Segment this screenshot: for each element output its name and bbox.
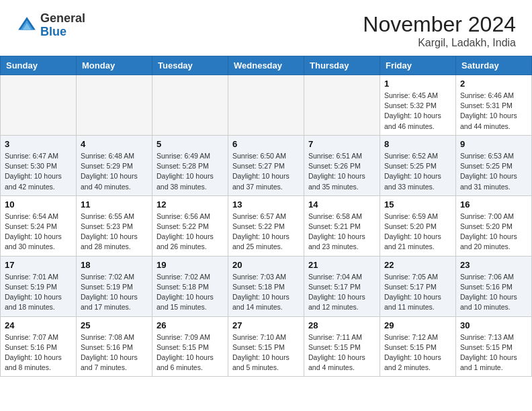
empty-cell <box>228 75 304 136</box>
weekday-header-friday: Friday <box>380 56 456 75</box>
day-info-18: Sunrise: 7:02 AM Sunset: 5:19 PM Dayligh… <box>81 272 148 313</box>
day-number-20: 20 <box>232 260 300 270</box>
day-number-13: 13 <box>232 199 300 210</box>
day-number-1: 1 <box>384 79 451 89</box>
day-cell-19: 19Sunrise: 7:02 AM Sunset: 5:18 PM Dayli… <box>152 256 228 316</box>
weekday-header-wednesday: Wednesday <box>228 56 304 75</box>
page-header: General Blue November 2024 Kargil, Ladak… <box>0 0 532 56</box>
day-cell-14: 14Sunrise: 6:58 AM Sunset: 5:21 PM Dayli… <box>304 195 380 256</box>
day-cell-3: 3Sunrise: 6:47 AM Sunset: 5:30 PM Daylig… <box>1 135 77 195</box>
day-number-16: 16 <box>460 199 527 210</box>
day-info-27: Sunrise: 7:10 AM Sunset: 5:15 PM Dayligh… <box>232 332 300 373</box>
calendar-table: SundayMondayTuesdayWednesdayThursdayFrid… <box>0 56 532 377</box>
day-cell-13: 13Sunrise: 6:57 AM Sunset: 5:22 PM Dayli… <box>228 195 304 256</box>
day-number-3: 3 <box>5 139 72 149</box>
day-cell-11: 11Sunrise: 6:55 AM Sunset: 5:23 PM Dayli… <box>77 195 152 256</box>
day-number-19: 19 <box>157 260 224 270</box>
day-number-30: 30 <box>460 320 527 330</box>
weekday-header-thursday: Thursday <box>304 56 380 75</box>
weekday-header-monday: Monday <box>77 56 152 75</box>
day-info-5: Sunrise: 6:49 AM Sunset: 5:28 PM Dayligh… <box>157 151 224 192</box>
day-cell-10: 10Sunrise: 6:54 AM Sunset: 5:24 PM Dayli… <box>1 195 77 256</box>
day-number-21: 21 <box>308 260 375 270</box>
day-number-27: 27 <box>232 320 300 330</box>
day-number-25: 25 <box>81 320 148 330</box>
month-title: November 2024 <box>363 12 516 37</box>
day-number-24: 24 <box>5 320 72 330</box>
day-info-10: Sunrise: 6:54 AM Sunset: 5:24 PM Dayligh… <box>5 212 72 253</box>
day-cell-25: 25Sunrise: 7:08 AM Sunset: 5:16 PM Dayli… <box>77 316 152 377</box>
day-number-8: 8 <box>384 139 451 149</box>
day-info-25: Sunrise: 7:08 AM Sunset: 5:16 PM Dayligh… <box>81 332 148 373</box>
day-info-3: Sunrise: 6:47 AM Sunset: 5:30 PM Dayligh… <box>5 151 72 192</box>
week-row-5: 24Sunrise: 7:07 AM Sunset: 5:16 PM Dayli… <box>1 316 532 377</box>
day-info-30: Sunrise: 7:13 AM Sunset: 5:15 PM Dayligh… <box>460 332 527 373</box>
day-cell-30: 30Sunrise: 7:13 AM Sunset: 5:15 PM Dayli… <box>456 316 532 377</box>
weekday-header-sunday: Sunday <box>1 56 77 75</box>
day-cell-29: 29Sunrise: 7:12 AM Sunset: 5:15 PM Dayli… <box>380 316 456 377</box>
day-cell-28: 28Sunrise: 7:11 AM Sunset: 5:15 PM Dayli… <box>304 316 380 377</box>
week-row-1: 1Sunrise: 6:45 AM Sunset: 5:32 PM Daylig… <box>1 75 532 136</box>
day-info-26: Sunrise: 7:09 AM Sunset: 5:15 PM Dayligh… <box>157 332 224 373</box>
day-number-9: 9 <box>460 139 527 149</box>
day-info-14: Sunrise: 6:58 AM Sunset: 5:21 PM Dayligh… <box>308 212 375 253</box>
day-cell-21: 21Sunrise: 7:04 AM Sunset: 5:17 PM Dayli… <box>304 256 380 316</box>
day-cell-15: 15Sunrise: 6:59 AM Sunset: 5:20 PM Dayli… <box>380 195 456 256</box>
day-info-20: Sunrise: 7:03 AM Sunset: 5:18 PM Dayligh… <box>232 272 300 313</box>
day-info-17: Sunrise: 7:01 AM Sunset: 5:19 PM Dayligh… <box>5 272 72 313</box>
day-number-18: 18 <box>81 260 148 270</box>
day-info-22: Sunrise: 7:05 AM Sunset: 5:17 PM Dayligh… <box>384 272 451 313</box>
day-info-8: Sunrise: 6:52 AM Sunset: 5:25 PM Dayligh… <box>384 151 451 192</box>
day-cell-17: 17Sunrise: 7:01 AM Sunset: 5:19 PM Dayli… <box>1 256 77 316</box>
day-info-15: Sunrise: 6:59 AM Sunset: 5:20 PM Dayligh… <box>384 212 451 253</box>
day-info-9: Sunrise: 6:53 AM Sunset: 5:25 PM Dayligh… <box>460 151 527 192</box>
empty-cell <box>1 75 77 136</box>
day-cell-8: 8Sunrise: 6:52 AM Sunset: 5:25 PM Daylig… <box>380 135 456 195</box>
day-info-24: Sunrise: 7:07 AM Sunset: 5:16 PM Dayligh… <box>5 332 72 373</box>
day-cell-2: 2Sunrise: 6:46 AM Sunset: 5:31 PM Daylig… <box>456 75 532 136</box>
week-row-4: 17Sunrise: 7:01 AM Sunset: 5:19 PM Dayli… <box>1 256 532 316</box>
weekday-header-row: SundayMondayTuesdayWednesdayThursdayFrid… <box>1 56 532 75</box>
day-info-21: Sunrise: 7:04 AM Sunset: 5:17 PM Dayligh… <box>308 272 375 313</box>
logo-icon <box>16 15 38 36</box>
day-info-28: Sunrise: 7:11 AM Sunset: 5:15 PM Dayligh… <box>308 332 375 373</box>
day-cell-12: 12Sunrise: 6:56 AM Sunset: 5:22 PM Dayli… <box>152 195 228 256</box>
day-number-29: 29 <box>384 320 451 330</box>
day-number-6: 6 <box>232 139 300 149</box>
day-number-2: 2 <box>460 79 527 89</box>
day-info-13: Sunrise: 6:57 AM Sunset: 5:22 PM Dayligh… <box>232 212 300 253</box>
day-info-16: Sunrise: 7:00 AM Sunset: 5:20 PM Dayligh… <box>460 212 527 253</box>
day-cell-5: 5Sunrise: 6:49 AM Sunset: 5:28 PM Daylig… <box>152 135 228 195</box>
day-number-7: 7 <box>308 139 375 149</box>
logo-blue: Blue <box>40 25 66 38</box>
day-number-15: 15 <box>384 199 451 210</box>
day-cell-27: 27Sunrise: 7:10 AM Sunset: 5:15 PM Dayli… <box>228 316 304 377</box>
day-info-7: Sunrise: 6:51 AM Sunset: 5:26 PM Dayligh… <box>308 151 375 192</box>
day-info-2: Sunrise: 6:46 AM Sunset: 5:31 PM Dayligh… <box>460 91 527 132</box>
day-cell-20: 20Sunrise: 7:03 AM Sunset: 5:18 PM Dayli… <box>228 256 304 316</box>
day-number-11: 11 <box>81 199 148 210</box>
empty-cell <box>77 75 152 136</box>
day-cell-1: 1Sunrise: 6:45 AM Sunset: 5:32 PM Daylig… <box>380 75 456 136</box>
day-number-22: 22 <box>384 260 451 270</box>
day-info-23: Sunrise: 7:06 AM Sunset: 5:16 PM Dayligh… <box>460 272 527 313</box>
day-number-14: 14 <box>308 199 375 210</box>
day-number-26: 26 <box>157 320 224 330</box>
day-info-12: Sunrise: 6:56 AM Sunset: 5:22 PM Dayligh… <box>157 212 224 253</box>
day-info-1: Sunrise: 6:45 AM Sunset: 5:32 PM Dayligh… <box>384 91 451 132</box>
weekday-header-tuesday: Tuesday <box>152 56 228 75</box>
day-number-23: 23 <box>460 260 527 270</box>
day-info-4: Sunrise: 6:48 AM Sunset: 5:29 PM Dayligh… <box>81 151 148 192</box>
day-number-17: 17 <box>5 260 72 270</box>
day-number-28: 28 <box>308 320 375 330</box>
day-cell-9: 9Sunrise: 6:53 AM Sunset: 5:25 PM Daylig… <box>456 135 532 195</box>
day-info-29: Sunrise: 7:12 AM Sunset: 5:15 PM Dayligh… <box>384 332 451 373</box>
empty-cell <box>152 75 228 136</box>
day-number-5: 5 <box>157 139 224 149</box>
day-cell-26: 26Sunrise: 7:09 AM Sunset: 5:15 PM Dayli… <box>152 316 228 377</box>
day-cell-6: 6Sunrise: 6:50 AM Sunset: 5:27 PM Daylig… <box>228 135 304 195</box>
day-cell-4: 4Sunrise: 6:48 AM Sunset: 5:29 PM Daylig… <box>77 135 152 195</box>
day-cell-16: 16Sunrise: 7:00 AM Sunset: 5:20 PM Dayli… <box>456 195 532 256</box>
title-block: November 2024 Kargil, Ladakh, India <box>363 12 516 49</box>
day-cell-7: 7Sunrise: 6:51 AM Sunset: 5:26 PM Daylig… <box>304 135 380 195</box>
